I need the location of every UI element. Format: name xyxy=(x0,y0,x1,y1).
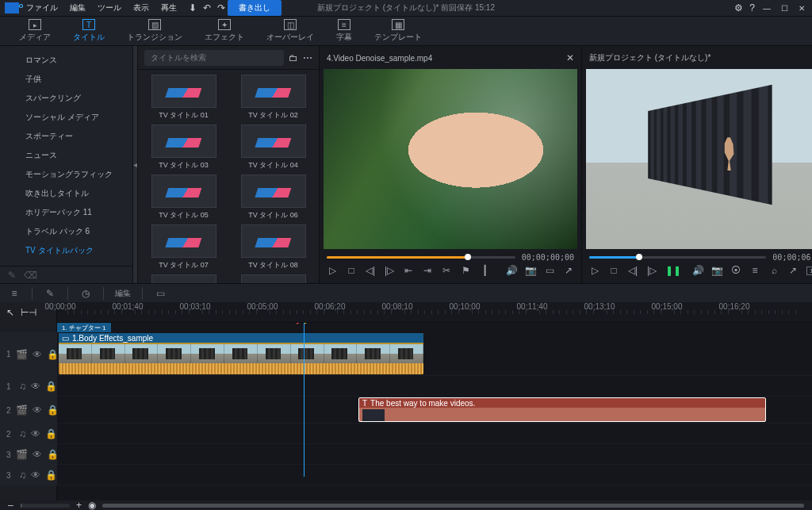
snapshot-icon[interactable]: 📷 xyxy=(525,266,536,275)
title-thumb[interactable] xyxy=(236,274,311,283)
stop-icon[interactable]: □ xyxy=(346,266,357,275)
snapshot-icon[interactable]: 📷 xyxy=(711,266,722,275)
timeline-scrollbar[interactable]: – + ◉ xyxy=(0,500,812,510)
category-item[interactable]: TV タイトルパック xyxy=(8,241,132,260)
undo-icon[interactable]: ↶ xyxy=(203,3,211,13)
mark-out-icon[interactable]: ⇥ xyxy=(422,266,433,275)
title-thumb[interactable] xyxy=(146,274,221,283)
clip-video-1[interactable]: ▭ 1.Body Effects_sample xyxy=(59,333,423,374)
timeline-view-icon[interactable]: ▭ xyxy=(154,287,167,300)
preview-program-canvas[interactable] xyxy=(586,69,812,249)
category-item[interactable]: モーショングラフィック xyxy=(8,165,132,184)
track-magnet-icon[interactable]: ⊢⊣ xyxy=(21,308,36,317)
export-button[interactable]: 書き出し xyxy=(228,0,282,16)
timeline-settings-icon[interactable]: ≡ xyxy=(8,287,21,300)
category-item[interactable]: ホリデーパック 11 xyxy=(8,203,132,222)
title-thumb[interactable]: TV タイトル 07 xyxy=(146,224,221,272)
tab-title[interactable]: Tタイトル xyxy=(62,17,116,45)
popout-icon[interactable]: ↗ xyxy=(787,266,799,275)
category-item[interactable]: スポーティー xyxy=(8,127,132,146)
track-visibility-icon[interactable]: 👁 xyxy=(33,450,42,459)
menu-edit[interactable]: 編集 xyxy=(65,1,90,15)
tab-template[interactable]: ▦テンプレート xyxy=(363,17,433,45)
timeline-clock-icon[interactable]: ◷ xyxy=(79,287,92,300)
preview-source-canvas[interactable] xyxy=(324,69,577,249)
clip-title-1[interactable]: T The best way to make videos. xyxy=(358,397,766,422)
category-item[interactable]: ソーシャル メディア xyxy=(8,108,132,127)
title-thumb[interactable]: TV タイトル 05 xyxy=(146,174,221,222)
zoom-out-icon[interactable]: – xyxy=(8,500,13,510)
time-ruler[interactable]: 00;00;0000;01;4000;03;1000;05;0000;06;20… xyxy=(57,302,812,322)
category-item[interactable]: 吹き出しタイトル xyxy=(8,184,132,203)
pen-icon[interactable]: ✎ xyxy=(8,270,16,280)
title-thumb[interactable]: TV タイトル 08 xyxy=(236,224,311,272)
category-item[interactable]: ウェディングパック Vol. 02 xyxy=(8,260,132,266)
zoom-in-icon[interactable]: + xyxy=(76,500,82,510)
category-item[interactable]: ニュース xyxy=(8,146,132,165)
more-icon[interactable]: ⋯ xyxy=(303,53,312,63)
title-thumb[interactable]: TV タイトル 06 xyxy=(236,174,311,222)
horizontal-scroll[interactable] xyxy=(102,504,804,508)
track-header[interactable]: 3♫👁🔒 xyxy=(0,465,57,485)
search-input[interactable]: タイトルを検索 xyxy=(144,50,284,66)
preview-source-seek[interactable] xyxy=(327,256,515,259)
marker-yellow[interactable] xyxy=(304,323,312,324)
title-thumb[interactable]: TV タイトル 03 xyxy=(146,125,221,172)
tab-overlay[interactable]: ◫オーバーレイ xyxy=(255,17,325,45)
play-icon[interactable]: ▷ xyxy=(589,266,600,275)
record-icon[interactable]: ⦿ xyxy=(730,266,741,275)
menu-tools[interactable]: ツール xyxy=(93,1,126,15)
timeline-edit-label[interactable]: 編集 xyxy=(115,288,131,299)
next-frame-icon[interactable]: |▷ xyxy=(384,266,395,275)
category-item[interactable]: 子供 xyxy=(8,70,132,89)
aspect-badge[interactable]: 16:9 xyxy=(806,267,812,275)
zoom-icon[interactable]: ⌕ xyxy=(768,266,779,275)
track-visibility-icon[interactable]: 👁 xyxy=(33,405,42,415)
seek-thumb[interactable] xyxy=(636,254,642,260)
preview-tab-close-icon[interactable]: ✕ xyxy=(566,53,574,63)
zoom-thumb[interactable] xyxy=(21,504,23,508)
tab-subtitle[interactable]: ≡字幕 xyxy=(325,17,363,45)
overwrite-icon[interactable]: ⚑ xyxy=(460,266,471,275)
close-button[interactable]: ✕ xyxy=(796,2,807,13)
maximize-button[interactable]: ☐ xyxy=(779,2,790,13)
minimize-button[interactable]: — xyxy=(761,2,772,13)
track-header[interactable]: 2🎬👁🔒 xyxy=(0,397,57,424)
category-item[interactable]: スパークリング xyxy=(8,89,132,108)
playhead[interactable] xyxy=(304,323,304,477)
menu-view[interactable]: 表示 xyxy=(128,1,154,15)
track-lock-icon[interactable]: 🔒 xyxy=(45,470,57,480)
download-icon[interactable]: ⬇ xyxy=(189,3,197,13)
track-header[interactable]: 1🎬👁🔒 xyxy=(0,332,57,376)
prev-frame-icon[interactable]: ◁| xyxy=(365,266,376,275)
stop-icon[interactable]: □ xyxy=(608,266,619,275)
preview-settings-icon[interactable]: ≡ xyxy=(749,266,760,275)
track-header[interactable]: 2♫👁🔒 xyxy=(0,424,57,444)
volume-icon[interactable]: 🔊 xyxy=(692,266,703,275)
track-header[interactable]: 1♫👁🔒 xyxy=(0,376,57,397)
popout-icon[interactable]: ↗ xyxy=(563,266,574,275)
preview-program-seek[interactable] xyxy=(589,256,766,259)
import-icon[interactable]: 🗀 xyxy=(289,53,298,63)
seek-thumb[interactable] xyxy=(465,254,471,260)
timeline-pen-icon[interactable]: ✎ xyxy=(44,287,56,300)
track-header[interactable]: 3🎬👁🔒 xyxy=(0,444,57,465)
settings-icon[interactable]: ⚙ xyxy=(734,3,743,13)
split-icon[interactable]: ┃ xyxy=(479,266,490,275)
title-thumb[interactable]: TV タイトル 04 xyxy=(236,125,311,172)
track-selector-icon[interactable]: ↖ xyxy=(6,308,14,317)
track-lock-icon[interactable]: 🔒 xyxy=(45,382,57,391)
redo-icon[interactable]: ↷ xyxy=(217,3,225,13)
tab-effect[interactable]: ✦エフェクト xyxy=(193,17,255,45)
title-thumb[interactable]: TV タイトル 02 xyxy=(236,75,311,122)
track-visibility-icon[interactable]: 👁 xyxy=(31,470,40,480)
zoom-slider[interactable] xyxy=(20,504,70,508)
zoom-fit-icon[interactable]: ◉ xyxy=(88,500,96,510)
insert-icon[interactable]: ✂ xyxy=(441,266,452,275)
menu-file[interactable]: ファイル xyxy=(21,1,63,15)
title-thumb[interactable]: TV タイトル 01 xyxy=(146,75,221,122)
ratio-icon[interactable]: ▭ xyxy=(544,266,555,275)
play-range-icon[interactable]: ❚❚ xyxy=(665,266,676,275)
scroll-thumb[interactable] xyxy=(102,504,804,508)
track-visibility-icon[interactable]: 👁 xyxy=(31,429,40,439)
